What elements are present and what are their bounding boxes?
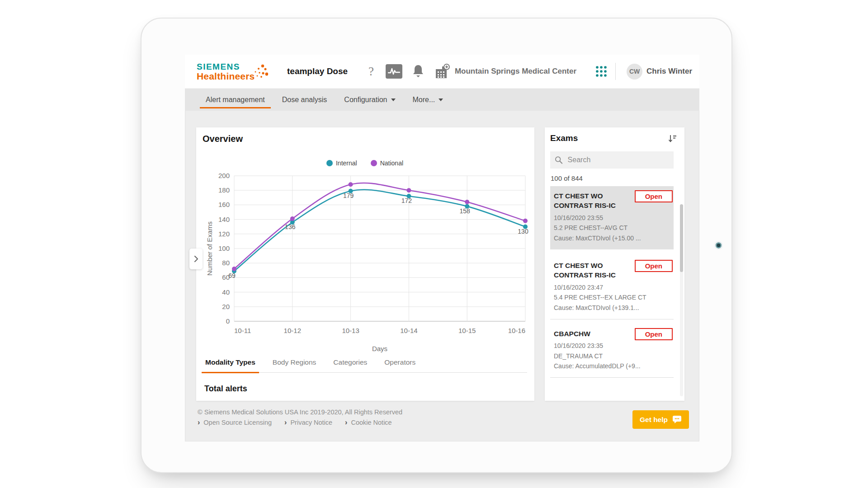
svg-text:10-14: 10-14 bbox=[400, 327, 417, 334]
open-exam-button[interactable]: Open bbox=[635, 190, 673, 202]
main-nav: Alert management Dose analysis Configura… bbox=[185, 88, 699, 111]
internal-series-dot bbox=[326, 160, 333, 166]
overview-title: Overview bbox=[203, 134, 527, 144]
svg-text:40: 40 bbox=[222, 288, 230, 296]
legend-label: National bbox=[380, 160, 403, 167]
exam-meta: 10/16/2020 23:35 DE_TRAUMA CT Cause: Acc… bbox=[554, 341, 670, 371]
user-name[interactable]: Chris Winter bbox=[646, 67, 692, 76]
tablet-device-frame: SIEMENS Healthineers teamplay Dose ? bbox=[141, 18, 732, 473]
total-alerts-heading: Total alerts bbox=[204, 384, 527, 394]
exam-cause: Cause: MaxCTDIvol (+15.00 ... bbox=[554, 233, 670, 244]
open-exam-button[interactable]: Open bbox=[635, 328, 673, 340]
organization-selector[interactable]: Mountain Springs Medical Center bbox=[455, 67, 576, 76]
sort-icon[interactable] bbox=[668, 134, 677, 145]
exam-list: CT CHEST WO CONTRAST RIS-IC Open 10/16/2… bbox=[550, 186, 674, 378]
notifications-bell-icon[interactable] bbox=[412, 65, 424, 78]
svg-text:172: 172 bbox=[401, 197, 412, 204]
exam-datetime: 10/16/2020 23:55 bbox=[554, 213, 670, 223]
exams-title: Exams bbox=[550, 133, 578, 143]
tab-dose-analysis[interactable]: Dose analysis bbox=[282, 89, 327, 111]
svg-text:0: 0 bbox=[226, 317, 230, 325]
svg-text:136: 136 bbox=[285, 223, 296, 230]
tablet-camera-dot bbox=[716, 243, 722, 249]
app-screen: SIEMENS Healthineers teamplay Dose ? bbox=[185, 55, 699, 441]
subtab-body-regions[interactable]: Body Regions bbox=[272, 356, 317, 372]
exam-protocol: DE_TRAUMA CT bbox=[554, 351, 670, 361]
subtab-categories[interactable]: Categories bbox=[332, 356, 368, 372]
scrollbar-thumb[interactable] bbox=[680, 204, 683, 272]
get-help-button[interactable]: Get help bbox=[632, 410, 689, 429]
exams-search bbox=[550, 151, 674, 169]
exam-title: CBAPCHW bbox=[554, 329, 626, 338]
exam-datetime: 10/16/2020 23:47 bbox=[554, 282, 670, 293]
page-footer: © Siemens Medical Solutions USA Inc 2019… bbox=[196, 408, 684, 429]
dropdown-caret-icon bbox=[391, 99, 396, 101]
svg-text:80: 80 bbox=[222, 259, 230, 267]
logo-dots-decoration bbox=[253, 63, 268, 81]
help-icon[interactable]: ? bbox=[368, 65, 374, 79]
svg-text:Days: Days bbox=[372, 345, 387, 352]
search-icon bbox=[555, 155, 563, 164]
subtab-modality-types[interactable]: Modality Types bbox=[204, 356, 256, 372]
collapse-panel-chevron[interactable] bbox=[189, 249, 203, 269]
exam-title: CT CHEST WO CONTRAST RIS-IC bbox=[554, 261, 626, 280]
avatar[interactable]: CW bbox=[627, 64, 642, 80]
exams-line-chart: 02040608010012014016018020010-1110-1210-… bbox=[205, 169, 529, 355]
svg-text:10-15: 10-15 bbox=[458, 327, 476, 334]
link-open-source-licensing[interactable]: Open Source Licensing bbox=[198, 419, 272, 426]
svg-text:10-16: 10-16 bbox=[508, 327, 525, 334]
svg-text:200: 200 bbox=[218, 172, 230, 179]
siemens-healthineers-logo: SIEMENS Healthineers bbox=[197, 62, 276, 81]
tab-label: Configuration bbox=[344, 96, 387, 104]
chat-bubble-icon bbox=[672, 415, 682, 424]
header-actions: ? bbox=[368, 63, 692, 80]
svg-text:10-11: 10-11 bbox=[234, 327, 251, 334]
exams-scrollbar[interactable] bbox=[680, 204, 683, 396]
svg-text:69: 69 bbox=[228, 272, 236, 279]
chart-legend: Internal National bbox=[203, 159, 527, 168]
exams-panel: Exams bbox=[545, 127, 684, 401]
subtab-operators[interactable]: Operators bbox=[383, 356, 416, 372]
link-privacy-notice[interactable]: Privacy Notice bbox=[284, 419, 332, 426]
svg-text:179: 179 bbox=[343, 192, 354, 199]
exam-protocol: 5.4 PRE CHEST--EX LARGE CT bbox=[554, 292, 670, 303]
exam-list-item[interactable]: CT CHEST WO CONTRAST RIS-IC Open 10/16/2… bbox=[550, 186, 674, 249]
hospital-icon bbox=[434, 64, 450, 79]
svg-text:10-13: 10-13 bbox=[342, 327, 359, 334]
svg-text:10-12: 10-12 bbox=[284, 327, 301, 334]
dropdown-caret-icon bbox=[439, 99, 443, 101]
legend-item-national[interactable]: National bbox=[371, 159, 403, 168]
svg-text:100: 100 bbox=[218, 244, 230, 252]
main-content: Overview Internal National 0204060801001… bbox=[185, 111, 699, 429]
tab-label: Alert management bbox=[206, 96, 265, 104]
tab-label: More... bbox=[413, 96, 435, 104]
legend-label: Internal bbox=[336, 160, 357, 167]
national-series-dot bbox=[371, 160, 377, 166]
svg-text:180: 180 bbox=[218, 186, 230, 194]
exam-list-item[interactable]: CBAPCHW Open 10/16/2020 23:35 DE_TRAUMA … bbox=[550, 324, 674, 378]
svg-text:120: 120 bbox=[218, 230, 230, 238]
copyright-text: © Siemens Medical Solutions USA Inc 2019… bbox=[198, 408, 402, 416]
exam-count: 100 of 844 bbox=[551, 174, 679, 182]
svg-text:20: 20 bbox=[222, 303, 230, 310]
tab-label: Dose analysis bbox=[282, 96, 327, 104]
search-input[interactable] bbox=[567, 155, 669, 164]
svg-text:130: 130 bbox=[518, 228, 528, 235]
exam-datetime: 10/16/2020 23:35 bbox=[554, 341, 670, 351]
app-header: SIEMENS Healthineers teamplay Dose ? bbox=[185, 55, 699, 88]
legend-item-internal[interactable]: Internal bbox=[326, 159, 357, 168]
svg-text:Number of Exams: Number of Exams bbox=[206, 221, 213, 276]
exam-list-item[interactable]: CT CHEST WO CONTRAST RIS-IC Open 10/16/2… bbox=[550, 256, 674, 319]
tab-more[interactable]: More... bbox=[413, 89, 443, 111]
app-grid-icon[interactable] bbox=[595, 66, 607, 77]
header-divider bbox=[615, 63, 616, 80]
dose-monitor-icon[interactable] bbox=[386, 64, 402, 79]
exam-cause: Cause: MaxCTDIvol (+139.1... bbox=[554, 303, 670, 313]
link-cookie-notice[interactable]: Cookie Notice bbox=[345, 419, 392, 426]
tab-configuration[interactable]: Configuration bbox=[344, 89, 395, 111]
exam-meta: 10/16/2020 23:55 5.2 PRE CHEST--AVG CT C… bbox=[554, 213, 670, 244]
svg-text:140: 140 bbox=[218, 216, 230, 223]
open-exam-button[interactable]: Open bbox=[635, 260, 673, 272]
tab-alert-management[interactable]: Alert management bbox=[206, 89, 265, 111]
exam-meta: 10/16/2020 23:47 5.4 PRE CHEST--EX LARGE… bbox=[554, 282, 670, 313]
